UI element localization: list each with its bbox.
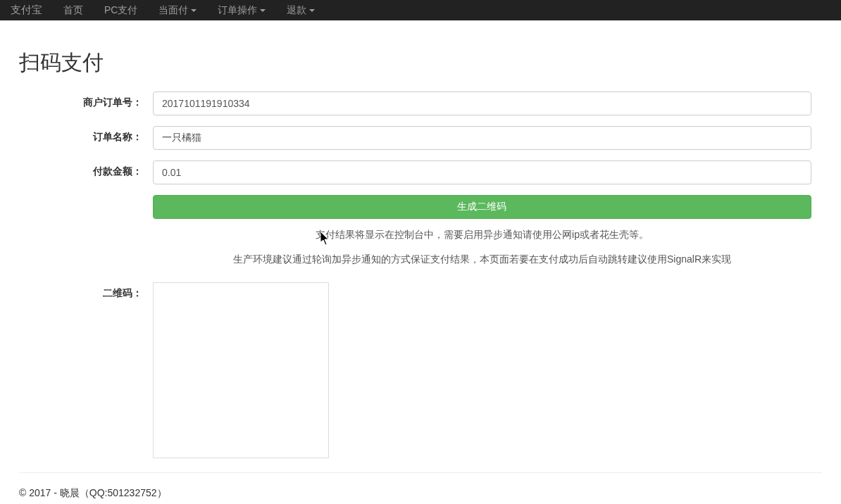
nav-face-pay[interactable]: 当面付	[148, 1, 207, 20]
nav-order-ops[interactable]: 订单操作	[207, 1, 276, 20]
label-qrcode: 二维码：	[19, 282, 153, 300]
generate-qrcode-button[interactable]: 生成二维码	[153, 195, 811, 219]
page-footer: © 2017 - 晓晨（QQ:501232752）	[19, 487, 822, 504]
footer-text: © 2017 - 晓晨（QQ:501232752）	[19, 487, 822, 500]
input-order-no[interactable]	[153, 92, 811, 115]
navbar-brand[interactable]: 支付宝	[11, 0, 53, 20]
nav-home-label: 首页	[63, 4, 83, 17]
nav-refund[interactable]: 退款	[276, 1, 325, 20]
nav-home[interactable]: 首页	[53, 1, 94, 20]
caret-down-icon	[309, 9, 315, 12]
navbar-menu: 首页 PC支付 当面付 订单操作 退款	[53, 1, 325, 20]
footer-divider	[19, 472, 822, 473]
caret-down-icon	[260, 9, 266, 12]
top-navbar: 支付宝 首页 PC支付 当面付 订单操作 退款	[0, 0, 841, 20]
row-amount: 付款金额：	[19, 160, 822, 184]
label-order-no: 商户订单号：	[19, 92, 153, 109]
row-order-name: 订单名称：	[19, 126, 822, 150]
row-order-no: 商户订单号：	[19, 92, 822, 115]
qrcode-placeholder	[153, 282, 329, 458]
label-amount: 付款金额：	[19, 160, 153, 178]
label-order-name: 订单名称：	[19, 126, 153, 144]
page-body: 扫码支付 商户订单号： 订单名称： 付款金额： 生成二维码 支付结果将显示在控制…	[8, 20, 833, 504]
caret-down-icon	[191, 9, 197, 12]
nav-pc-pay-label: PC支付	[104, 4, 137, 17]
input-amount[interactable]	[153, 160, 811, 184]
nav-refund-label: 退款	[287, 4, 306, 17]
row-qrcode: 二维码：	[19, 282, 822, 458]
payment-form: 商户订单号： 订单名称： 付款金额： 生成二维码 支付结果将显示在控制台中，需要…	[19, 92, 822, 458]
nav-pc-pay[interactable]: PC支付	[94, 1, 148, 20]
nav-face-pay-label: 当面付	[158, 4, 188, 17]
nav-order-ops-label: 订单操作	[218, 4, 257, 17]
page-title: 扫码支付	[19, 49, 822, 77]
help-text-line1: 支付结果将显示在控制台中，需要启用异步通知请使用公网ip或者花生壳等。	[153, 226, 811, 244]
help-text-line2: 生产环境建议通过轮询加异步通知的方式保证支付结果，本页面若要在支付成功后自动跳转…	[153, 251, 811, 268]
row-submit: 生成二维码 支付结果将显示在控制台中，需要启用异步通知请使用公网ip或者花生壳等…	[19, 195, 822, 268]
input-order-name[interactable]	[153, 126, 811, 150]
